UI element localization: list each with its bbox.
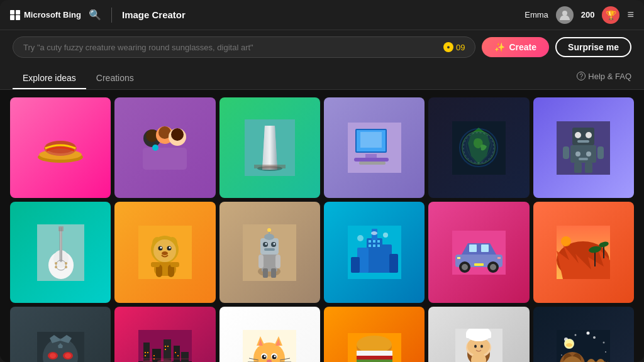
search-input[interactable] [23,43,437,52]
help-circle-icon: ? [577,72,586,80]
tile-burger-content [324,307,425,362]
grid-item-burger[interactable] [324,307,425,362]
svg-rect-69 [170,262,179,267]
svg-rect-171 [357,359,392,362]
grid-item-dog2[interactable] [533,307,634,362]
grid-item-city[interactable] [324,202,425,302]
create-icon: ✨ [494,42,505,52]
svg-rect-21 [360,132,382,148]
svg-point-32 [575,132,581,138]
tile-monolith-content [219,97,320,198]
svg-rect-139 [153,355,155,356]
coin-dot: ● [443,42,453,52]
svg-rect-34 [577,140,589,143]
avatar[interactable] [556,6,574,24]
grid-item-mask[interactable] [10,307,111,362]
svg-point-33 [586,132,592,138]
svg-rect-82 [264,248,275,251]
grid-item-cat[interactable] [219,307,320,362]
svg-rect-42 [579,158,588,160]
grid-item-hotdog[interactable] [10,97,111,198]
svg-rect-39 [585,163,592,173]
tile-dog-content [114,202,215,302]
header: Microsoft Bing 🔍 Image Creator Emma 200 … [0,0,644,30]
svg-rect-186 [466,333,491,338]
tile-mask-content [10,307,111,362]
search-icon[interactable]: 🔍 [89,9,101,21]
svg-point-50 [55,262,57,265]
svg-rect-96 [369,244,371,247]
surprise-label: Surprise me [568,42,619,52]
svg-point-83 [264,234,274,240]
grid-item-robot1[interactable] [533,97,634,198]
grid-item-guitar[interactable] [10,202,111,302]
svg-point-159 [264,356,266,358]
svg-rect-141 [165,346,166,347]
grid-item-women[interactable] [114,97,215,198]
tile-desert-content [533,202,634,302]
svg-rect-37 [597,146,604,159]
svg-point-49 [65,266,67,268]
svg-rect-142 [167,346,169,347]
coins-display: 09 [456,43,465,52]
surprise-button[interactable]: Surprise me [555,37,631,57]
tile-dog2-content [533,307,634,362]
help-link[interactable]: ? Help & FAQ [577,72,631,86]
svg-rect-38 [574,163,582,173]
svg-point-193 [593,336,596,339]
svg-point-168 [357,336,392,353]
help-label: Help & FAQ [588,72,631,81]
svg-rect-169 [357,351,392,356]
create-button[interactable]: ✨ Create [482,37,549,57]
header-divider [111,8,112,23]
svg-rect-170 [357,356,392,359]
bing-label: Microsoft Bing [24,10,81,19]
svg-point-48 [55,266,57,268]
grid-item-car[interactable] [428,202,529,302]
grid-item-earth[interactable] [428,97,529,198]
svg-rect-137 [145,355,146,356]
grid-item-city2[interactable] [114,307,215,362]
svg-point-192 [575,334,577,336]
menu-icon[interactable]: ≡ [627,8,634,21]
svg-rect-144 [175,352,176,353]
coins-badge: 200 [581,10,595,19]
tile-city-content [324,202,425,302]
tabs-section: Explore ideas Creations ? Help & FAQ [0,64,644,90]
grid-item-dog[interactable] [114,202,215,302]
svg-rect-119 [603,246,604,258]
tile-worker-content [428,307,529,362]
svg-rect-87 [367,238,382,273]
svg-point-107 [462,264,468,270]
grid-item-worker[interactable] [428,307,529,362]
header-title: Image Creator [122,9,517,20]
svg-point-10 [171,128,184,141]
svg-point-51 [65,262,67,265]
bing-logo[interactable]: Microsoft Bing [10,10,81,20]
coins-count: 200 [581,10,595,19]
search-section: ● 09 ✨ Create Surprise me [0,30,644,64]
svg-rect-97 [373,244,375,247]
tab-creations[interactable]: Creations [86,68,144,89]
svg-rect-111 [497,257,501,259]
grid-item-monolith[interactable] [219,97,320,198]
tile-car-content [428,202,529,302]
svg-rect-135 [181,352,189,362]
svg-point-197 [605,351,606,353]
tile-computer-content [324,97,425,198]
svg-rect-95 [377,240,380,243]
grid-item-computer[interactable] [324,97,425,198]
grid-item-desert[interactable] [533,202,634,302]
svg-point-101 [357,235,364,241]
grid-item-robot2[interactable] [219,202,320,302]
svg-rect-91 [351,257,360,273]
svg-rect-74 [275,255,280,268]
svg-point-99 [371,231,377,235]
tab-explore[interactable]: Explore ideas [13,68,86,89]
svg-rect-68 [151,262,160,267]
svg-point-195 [587,332,590,335]
svg-rect-112 [474,263,484,266]
svg-rect-73 [258,255,264,268]
svg-point-85 [267,228,271,232]
svg-rect-98 [377,244,380,247]
